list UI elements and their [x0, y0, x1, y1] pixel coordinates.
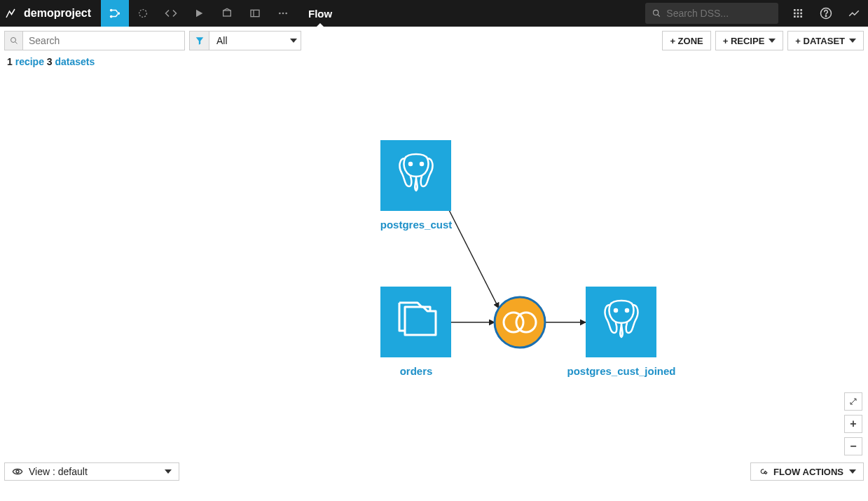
chevron-down-icon [849, 469, 856, 474]
add-zone-label: + ZONE [670, 36, 703, 46]
recycle-icon[interactable] [129, 0, 157, 27]
flow-summary: 1 recipe 3 datasets [0, 55, 868, 70]
global-search[interactable] [645, 3, 778, 24]
svg-point-1 [110, 15, 113, 18]
svg-rect-4 [223, 11, 231, 16]
flow-actions-label: FLOW ACTIONS [773, 467, 843, 477]
zoom-out-button[interactable]: − [844, 437, 862, 455]
recipe-count: 1 [7, 56, 13, 67]
svg-rect-18 [794, 15, 796, 18]
zoom-controls: + − [844, 392, 862, 455]
svg-line-24 [15, 42, 17, 44]
svg-point-35 [16, 470, 19, 473]
svg-point-3 [139, 10, 147, 18]
svg-point-23 [11, 38, 15, 43]
add-recipe-button[interactable]: + RECIPE [715, 31, 784, 50]
svg-point-7 [279, 13, 281, 15]
svg-rect-5 [251, 10, 259, 16]
svg-rect-28 [380, 287, 451, 357]
search-icon [5, 32, 23, 50]
dataset-label: orders [400, 365, 433, 377]
chevron-down-icon [287, 32, 301, 50]
flow-icon[interactable] [101, 0, 129, 27]
chevron-down-icon [769, 39, 776, 43]
flow-filter[interactable]: All [189, 31, 301, 50]
chevron-down-icon [165, 469, 172, 474]
dataset-node-postgres-cust-joined[interactable]: postgres_cust_joined [567, 287, 675, 377]
dataset-count: 3 [47, 56, 53, 67]
svg-rect-17 [800, 13, 802, 15]
svg-point-2 [117, 12, 120, 15]
svg-point-29 [495, 297, 545, 348]
chevron-down-icon [849, 39, 856, 43]
dataset-node-orders[interactable]: orders [380, 287, 451, 377]
bookmark-icon[interactable] [213, 0, 241, 27]
svg-rect-15 [794, 13, 796, 15]
fullscreen-button[interactable] [844, 392, 862, 411]
project-name[interactable]: demoproject [21, 0, 101, 27]
flow-toolbar: All + ZONE + RECIPE + DATASET [0, 27, 868, 55]
svg-rect-20 [800, 15, 802, 18]
dataset-link[interactable]: datasets [55, 56, 95, 67]
activity-icon[interactable] [840, 0, 868, 27]
topbar: demoproject Flow [0, 0, 868, 27]
global-search-input[interactable] [666, 8, 771, 19]
dataset-node-postgres-cust[interactable]: postgres_cust [380, 140, 453, 231]
svg-point-26 [409, 163, 412, 165]
svg-rect-25 [380, 140, 451, 211]
dataset-label: postgres_cust [380, 219, 453, 231]
apps-grid-icon[interactable] [784, 0, 812, 27]
app-logo[interactable] [0, 0, 21, 27]
tab-flow[interactable]: Flow [297, 0, 343, 27]
search-icon [652, 8, 661, 18]
wrench-icon [758, 467, 768, 476]
edge [446, 203, 499, 308]
svg-line-11 [658, 15, 660, 17]
add-dataset-label: + DATASET [795, 36, 845, 46]
svg-rect-19 [797, 15, 799, 18]
svg-point-10 [654, 10, 659, 15]
svg-point-8 [282, 13, 284, 15]
svg-point-34 [626, 309, 628, 312]
dataset-label: postgres_cust_joined [567, 365, 675, 377]
svg-rect-32 [586, 287, 656, 357]
flow-actions-button[interactable]: FLOW ACTIONS [750, 462, 864, 481]
svg-rect-13 [797, 9, 799, 11]
flow-filter-label: All [209, 32, 287, 50]
code-icon[interactable] [157, 0, 185, 27]
svg-point-22 [825, 15, 827, 17]
view-label: View : default [29, 466, 88, 477]
recipe-node-join[interactable] [495, 297, 545, 348]
help-icon[interactable] [812, 0, 840, 27]
svg-point-27 [420, 163, 423, 165]
svg-rect-16 [797, 13, 799, 15]
eye-icon [12, 466, 23, 477]
play-icon[interactable] [185, 0, 213, 27]
zoom-in-button[interactable]: + [844, 415, 862, 433]
svg-point-9 [285, 13, 287, 15]
filter-icon [190, 32, 209, 50]
svg-point-0 [110, 9, 113, 12]
flow-search-input[interactable] [23, 32, 184, 50]
add-zone-button[interactable]: + ZONE [662, 31, 710, 50]
svg-rect-12 [794, 9, 796, 11]
flow-search[interactable] [4, 31, 185, 50]
add-recipe-label: + RECIPE [723, 36, 765, 46]
add-dataset-button[interactable]: + DATASET [787, 31, 864, 50]
flow-canvas[interactable]: postgres_cust orders [0, 70, 868, 483]
svg-rect-14 [800, 9, 802, 11]
svg-point-33 [614, 309, 617, 312]
view-selector[interactable]: View : default [4, 462, 179, 481]
panel-icon[interactable] [241, 0, 269, 27]
recipe-link[interactable]: recipe [15, 56, 44, 67]
more-icon[interactable] [269, 0, 297, 27]
